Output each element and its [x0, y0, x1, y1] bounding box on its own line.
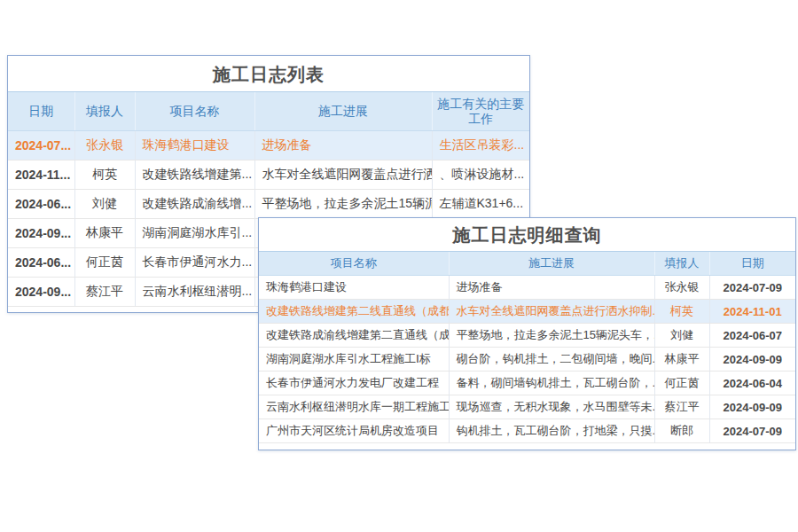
cell-reporter[interactable]: 张永银	[654, 276, 709, 300]
table-row[interactable]: 2024-11... 柯英 改建铁路线增建第... 水车对全线遮阳网覆盖点进行洒…	[8, 160, 529, 190]
cell-project[interactable]: 珠海鹤港口建设	[135, 131, 254, 160]
cell-progress: 备料，砌间墙钩机排土，瓦工砌台阶，...	[449, 372, 654, 395]
table-row[interactable]: 长春市伊通河水力发电厂改建工程 备料，砌间墙钩机排土，瓦工砌台阶，... 何正茵…	[259, 372, 795, 395]
cell-reporter[interactable]: 林康平	[654, 348, 709, 372]
cell-project[interactable]: 改建铁路线增建第二线直通线（成都-西	[259, 300, 449, 324]
table-row[interactable]: 改建铁路线增建第二线直通线（成都-西 水车对全线遮阳网覆盖点进行洒水抑制... …	[259, 300, 795, 324]
cell-project[interactable]: 湖南洞庭湖水库引水工程施工Ⅰ标	[259, 348, 449, 372]
cell-progress: 水车对全线遮阳网覆盖点进行洒水抑制...	[449, 300, 654, 324]
cell-date: 2024-09-09	[709, 395, 795, 419]
cell-progress: 平整场地，拉走多余泥土15辆泥头车，...	[449, 324, 654, 348]
cell-date: 2024-06...	[8, 248, 74, 278]
cell-project[interactable]: 改建铁路成渝线增建第二直通线（成渝	[259, 324, 449, 348]
cell-progress: 进场准备	[449, 276, 654, 300]
column-header-reporter: 填报人	[654, 252, 709, 276]
cell-project[interactable]: 改建铁路成渝线增...	[135, 190, 254, 219]
cell-progress: 现场巡查，无积水现象，水马围壁等未...	[449, 395, 654, 419]
table-row[interactable]: 珠海鹤港口建设 进场准备 张永银 2024-07-09	[259, 276, 795, 300]
cell-reporter[interactable]: 何正茵	[74, 248, 135, 278]
cell-project[interactable]: 云南水利枢纽潜明...	[135, 278, 254, 307]
cell-reporter[interactable]: 蔡江平	[74, 278, 135, 307]
cell-reporter[interactable]: 林康平	[74, 219, 135, 248]
table-row[interactable]: 2024-07... 张永银 珠海鹤港口建设 进场准备 生活区吊装彩...	[8, 131, 529, 160]
table-row[interactable]: 云南水利枢纽潜明水库一期工程施工Ⅰ标 现场巡查，无积水现象，水马围壁等未... …	[259, 395, 795, 419]
cell-progress: 进场准备	[254, 131, 432, 160]
cell-project[interactable]: 湖南洞庭湖水库引...	[135, 219, 254, 248]
cell-reporter[interactable]: 断郎	[654, 419, 709, 443]
cell-main-work: 左辅道K31+6...	[432, 190, 529, 219]
cell-project[interactable]: 云南水利枢纽潜明水库一期工程施工Ⅰ标	[259, 395, 449, 419]
cell-progress: 水车对全线遮阳网覆盖点进行洒...	[254, 160, 432, 190]
cell-date: 2024-07-09	[709, 276, 795, 300]
cell-reporter[interactable]: 蔡江平	[654, 395, 709, 419]
cell-progress: 钩机排土，瓦工砌台阶，打地梁，只摸...	[449, 419, 654, 443]
cell-date: 2024-09...	[8, 219, 74, 248]
column-header-progress: 施工进展	[449, 252, 654, 276]
detail-header-row: 项目名称 施工进展 填报人 日期	[259, 252, 795, 276]
column-header-main-work: 施工有关的主要工作	[432, 92, 529, 131]
cell-reporter[interactable]: 刘健	[74, 190, 135, 219]
column-header-reporter: 填报人	[74, 92, 135, 131]
table-row[interactable]: 广州市天河区统计局机房改造项目 钩机排土，瓦工砌台阶，打地梁，只摸... 断郎 …	[259, 419, 795, 443]
column-header-progress: 施工进展	[254, 92, 432, 131]
list-panel-title: 施工日志列表	[8, 56, 529, 91]
cell-date: 2024-06-04	[709, 372, 795, 395]
table-row[interactable]: 2024-06... 刘健 改建铁路成渝线增... 平整场地，拉走多余泥土15辆…	[8, 190, 529, 219]
column-header-date: 日期	[709, 252, 795, 276]
cell-project[interactable]: 长春市伊通河水力...	[135, 248, 254, 278]
cell-progress: 砌台阶，钩机排土，二包砌间墙，晚间...	[449, 348, 654, 372]
cell-date: 2024-07-09	[709, 419, 795, 443]
column-header-project: 项目名称	[259, 252, 449, 276]
cell-date: 2024-06...	[8, 190, 74, 219]
cell-date: 2024-11...	[8, 160, 74, 190]
cell-reporter[interactable]: 刘健	[654, 324, 709, 348]
list-header-row: 日期 填报人 项目名称 施工进展 施工有关的主要工作	[8, 92, 529, 131]
table-row[interactable]: 改建铁路成渝线增建第二直通线（成渝 平整场地，拉走多余泥土15辆泥头车，... …	[259, 324, 795, 348]
cell-reporter[interactable]: 张永银	[74, 131, 135, 160]
cell-reporter[interactable]: 柯英	[74, 160, 135, 190]
cell-date: 2024-11-01	[709, 300, 795, 324]
construction-log-detail-panel: 施工日志明细查询 项目名称 施工进展 填报人 日期 珠海鹤港口建设 进场准备 张…	[258, 217, 796, 450]
construction-log-detail-table: 项目名称 施工进展 填报人 日期 珠海鹤港口建设 进场准备 张永银 2024-0…	[259, 251, 795, 443]
cell-reporter[interactable]: 柯英	[654, 300, 709, 324]
cell-date: 2024-09-09	[709, 348, 795, 372]
detail-panel-title: 施工日志明细查询	[259, 218, 795, 251]
cell-date: 2024-06-07	[709, 324, 795, 348]
cell-progress: 平整场地，拉走多余泥土15辆泥...	[254, 190, 432, 219]
cell-project[interactable]: 长春市伊通河水力发电厂改建工程	[259, 372, 449, 395]
cell-project[interactable]: 珠海鹤港口建设	[259, 276, 449, 300]
cell-reporter[interactable]: 何正茵	[654, 372, 709, 395]
cell-main-work: 生活区吊装彩...	[432, 131, 529, 160]
table-row[interactable]: 湖南洞庭湖水库引水工程施工Ⅰ标 砌台阶，钩机排土，二包砌间墙，晚间... 林康平…	[259, 348, 795, 372]
column-header-date: 日期	[8, 92, 74, 131]
cell-main-work: 、喷淋设施材...	[432, 160, 529, 190]
column-header-project: 项目名称	[135, 92, 254, 131]
cell-project[interactable]: 广州市天河区统计局机房改造项目	[259, 419, 449, 443]
cell-date: 2024-07...	[8, 131, 74, 160]
cell-date: 2024-09...	[8, 278, 74, 307]
cell-project[interactable]: 改建铁路线增建第...	[135, 160, 254, 190]
